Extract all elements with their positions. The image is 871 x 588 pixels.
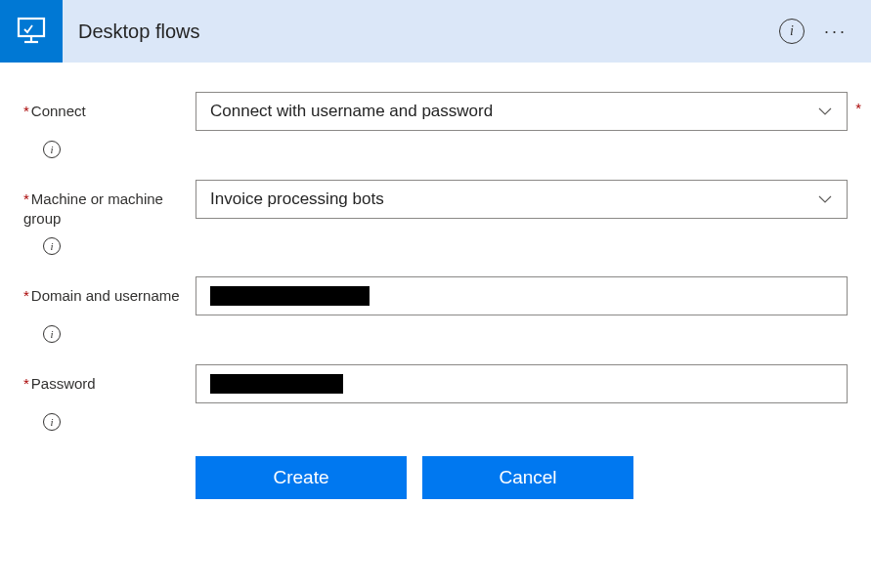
- machine-select[interactable]: Invoice processing bots: [196, 180, 848, 219]
- connect-value: Connect with username and password: [210, 102, 493, 121]
- password-info-icon[interactable]: i: [43, 413, 61, 431]
- trailing-asterisk: *: [855, 100, 861, 116]
- page-title: Desktop flows: [78, 21, 779, 43]
- domain-label: *Domain and username: [23, 276, 196, 306]
- password-input[interactable]: [196, 364, 848, 403]
- app-icon: [0, 0, 63, 63]
- machine-value: Invoice processing bots: [210, 189, 384, 209]
- password-label: *Password: [23, 364, 196, 394]
- header-more-icon[interactable]: ···: [824, 21, 848, 42]
- connect-label: *Connect: [23, 92, 196, 121]
- connect-select[interactable]: Connect with username and password: [196, 92, 848, 131]
- header-bar: Desktop flows i ···: [0, 0, 871, 63]
- create-button[interactable]: Create: [196, 456, 407, 499]
- connect-info-icon[interactable]: i: [43, 141, 61, 158]
- redacted-value: [210, 286, 370, 306]
- domain-info-icon[interactable]: i: [43, 325, 61, 343]
- redacted-value: [210, 374, 343, 394]
- desktop-flows-icon: [13, 13, 50, 50]
- chevron-down-icon: [817, 104, 833, 119]
- form: *Connect Connect with username and passw…: [0, 63, 871, 499]
- header-info-icon[interactable]: i: [779, 19, 805, 44]
- machine-label: *Machine or machine group: [23, 180, 196, 228]
- machine-info-icon[interactable]: i: [43, 237, 61, 255]
- cancel-button[interactable]: Cancel: [422, 456, 633, 499]
- chevron-down-icon: [817, 191, 833, 207]
- domain-username-input[interactable]: [196, 276, 848, 315]
